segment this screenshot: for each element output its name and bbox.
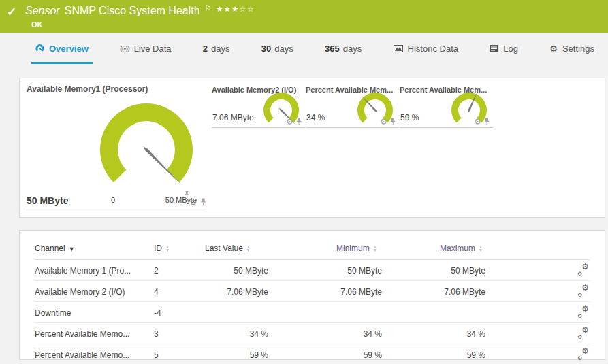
tab-bar: Overview ((•)) Live Data 2 days 30 days … (0, 33, 608, 64)
channel-cell: Percent Available Memo... (35, 323, 154, 344)
minimum-cell: 59 % (336, 344, 440, 364)
id-cell: 2 (154, 260, 205, 281)
column-header-minimum[interactable]: Minimum▲▼ (336, 242, 440, 260)
table-row: Available Memory 2 (I/O) 4 7.06 MByte 7.… (35, 281, 590, 302)
broadcast-icon: ((•)) (120, 44, 129, 52)
primary-gauge: x̄ 0 50 MByte (51, 90, 235, 207)
table-row: Percent Available Memo... 5 59 % 59 % 59… (35, 344, 590, 364)
channel-table: Channel▼ ID▲▼ Last Value▲▼ Minimum▲▼ Max… (35, 242, 590, 364)
gauge-tile-available-memory2: Available Memory2 (I/O) 7.06 MByte ⚙ (212, 86, 305, 128)
maximum-cell: 50 MByte (440, 260, 542, 281)
tab-30-days[interactable]: 30 days (256, 33, 299, 64)
channel-cell: Available Memory 1 (Pro... (35, 260, 154, 281)
pin-icon[interactable] (390, 118, 396, 125)
table-row: Percent Available Memo... 3 34 % 34 % 34… (35, 323, 590, 344)
sensor-title: SNMP Cisco System Health (65, 3, 200, 18)
gauge-settings-gear-icon[interactable]: ⚙ (286, 118, 293, 125)
channel-cell: Available Memory 2 (I/O) (35, 281, 154, 302)
channel-settings-icon[interactable]: ⚙⚙ (577, 307, 589, 316)
gauge-tile-percent-memory-1: Percent Available Mem... 34 % ⚙ (306, 86, 399, 128)
maximum-cell (440, 302, 542, 323)
column-header-channel[interactable]: Channel▼ (35, 242, 154, 260)
table-row: Available Memory 1 (Pro... 2 50 MByte 50… (35, 260, 590, 281)
sort-icon: ▲▼ (246, 246, 251, 252)
maximum-cell: 34 % (440, 323, 542, 344)
channel-settings-icon[interactable]: ⚙⚙ (577, 328, 589, 337)
chart-icon (394, 45, 403, 52)
maximum-cell: 59 % (440, 344, 542, 364)
last-value-cell (205, 302, 336, 323)
log-icon (490, 45, 498, 52)
gauge-icon (35, 44, 44, 52)
tab-settings[interactable]: ⚙ Settings (544, 33, 600, 64)
minimum-cell: 7.06 MByte (336, 281, 440, 302)
priority-stars[interactable]: ★★★☆☆ (216, 5, 255, 14)
gauges-panel: Available Memory1 (Processor) x̄ 0 50 MB… (19, 78, 605, 218)
id-cell: 3 (154, 323, 205, 344)
last-value-cell: 34 % (205, 323, 336, 344)
status-ok-check-icon: ✓ (7, 5, 16, 19)
minimum-cell: 50 MByte (336, 260, 440, 281)
sort-desc-icon: ▼ (69, 246, 75, 252)
channel-cell: Percent Available Memo... (35, 344, 154, 364)
gear-icon: ⚙ (549, 44, 558, 54)
channel-settings-icon[interactable]: ⚙⚙ (577, 349, 589, 359)
pin-icon[interactable] (200, 198, 206, 206)
last-value-cell: 50 MByte (205, 260, 336, 281)
last-value-cell: 59 % (205, 344, 336, 364)
sort-icon: ▲▼ (165, 246, 170, 252)
column-header-actions (542, 242, 590, 260)
sensor-kind-label: Sensor (25, 3, 60, 18)
id-cell: -4 (154, 302, 205, 323)
primary-gauge-value: 50 MByte (27, 195, 68, 206)
tab-historic-data[interactable]: Historic Data (388, 33, 464, 64)
sort-icon: ▲▼ (373, 246, 377, 252)
column-header-id[interactable]: ID▲▼ (154, 242, 205, 260)
pin-icon[interactable] (484, 118, 490, 125)
gauge-value: 59 % (400, 113, 419, 122)
table-row: Downtime -4 ⚙⚙ (35, 302, 590, 323)
tab-overview[interactable]: Overview (30, 33, 94, 64)
gauge-settings-gear-icon[interactable]: ⚙ (474, 118, 481, 125)
column-header-maximum[interactable]: Maximum▲▼ (440, 242, 542, 260)
tab-2-days[interactable]: 2 days (197, 33, 236, 64)
channel-settings-icon[interactable]: ⚙⚙ (577, 265, 589, 274)
small-gauge-tiles: Available Memory2 (I/O) 7.06 MByte ⚙ Per… (212, 78, 494, 217)
sensor-header-bar: ✓ Sensor SNMP Cisco System Health ⚐ ★★★☆… (0, 0, 608, 33)
active-tab-underline (31, 62, 93, 64)
primary-gauge-tile: Available Memory1 (Processor) x̄ 0 50 MB… (20, 78, 212, 217)
id-cell: 5 (154, 344, 205, 364)
column-header-last-value[interactable]: Last Value▲▼ (205, 242, 336, 260)
flag-icon[interactable]: ⚐ (205, 4, 212, 13)
gauge-settings-gear-icon[interactable]: ⚙ (189, 199, 197, 206)
minimum-cell (336, 302, 440, 323)
last-value-cell: 7.06 MByte (205, 281, 336, 302)
channel-settings-icon[interactable]: ⚙⚙ (577, 286, 589, 295)
id-cell: 4 (154, 281, 205, 302)
minimum-cell: 34 % (336, 323, 440, 344)
channel-table-panel: Channel▼ ID▲▼ Last Value▲▼ Minimum▲▼ Max… (19, 230, 605, 360)
gauge-value: 7.06 MByte (212, 113, 254, 122)
channel-cell: Downtime (35, 302, 154, 323)
tab-live-data[interactable]: ((•)) Live Data (114, 33, 176, 64)
gauge-tile-percent-memory-2: Percent Available Mem... 59 % ⚙ (400, 86, 493, 128)
tab-log[interactable]: Log (484, 33, 524, 64)
gauge-settings-gear-icon[interactable]: ⚙ (380, 118, 387, 125)
tab-365-days[interactable]: 365 days (319, 33, 367, 64)
maximum-cell: 7.06 MByte (440, 281, 542, 302)
gauge-value: 34 % (306, 113, 325, 122)
pin-icon[interactable] (296, 118, 302, 125)
status-badge: OK (31, 20, 43, 29)
sort-icon: ▲▼ (479, 246, 483, 252)
